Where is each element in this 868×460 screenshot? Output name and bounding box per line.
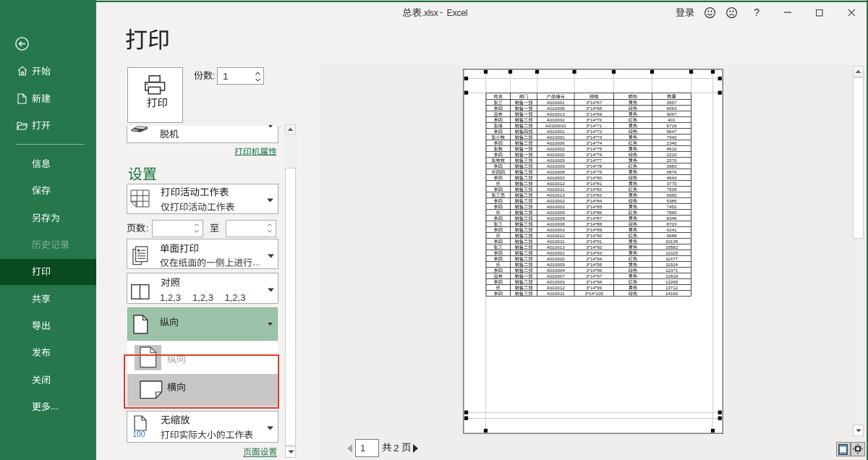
svg-text:A010004: A010004 xyxy=(547,268,565,273)
svg-text:A010002: A010002 xyxy=(547,198,565,203)
svg-text:3*14*71: 3*14*71 xyxy=(586,123,603,128)
svg-text:A010001: A010001 xyxy=(547,100,565,105)
svg-text:13712: 13712 xyxy=(665,285,678,290)
svg-text:A010002: A010002 xyxy=(547,250,565,255)
svg-text:10582: 10582 xyxy=(665,244,678,250)
svg-text:3*14*93: 3*14*93 xyxy=(586,250,603,255)
svg-text:8703: 8703 xyxy=(667,221,677,226)
svg-text:4643: 4643 xyxy=(667,175,677,180)
svg-text:A010012: A010012 xyxy=(547,181,565,186)
svg-text:7538: 7538 xyxy=(667,187,677,192)
svg-text:5385: 5385 xyxy=(667,198,677,203)
svg-text:6093: 6093 xyxy=(667,106,677,111)
svg-text:A010002: A010002 xyxy=(547,117,565,122)
svg-text:10135: 10135 xyxy=(665,239,678,244)
svg-text:4610: 4610 xyxy=(667,146,677,151)
svg-text:A010008: A010008 xyxy=(547,169,565,174)
svg-text:3*14*84: 3*14*84 xyxy=(586,198,603,203)
svg-text:401: 401 xyxy=(668,117,676,122)
svg-text:3*14*80: 3*14*80 xyxy=(586,175,603,180)
svg-text:9097: 9097 xyxy=(667,111,677,116)
svg-text:A010002: A010002 xyxy=(547,152,565,157)
svg-text:7942: 7942 xyxy=(667,135,677,140)
svg-text:A010012: A010012 xyxy=(547,285,565,290)
svg-text:A010013: A010013 xyxy=(547,192,565,197)
svg-text:7890: 7890 xyxy=(667,210,677,215)
svg-text:3*14*88: 3*14*88 xyxy=(586,221,603,226)
svg-text:3*14*73: 3*14*73 xyxy=(586,135,603,140)
svg-text:A010003: A010003 xyxy=(547,175,565,180)
svg-text:3*14*97: 3*14*97 xyxy=(586,273,603,278)
svg-text:9241: 9241 xyxy=(667,227,677,232)
svg-text:3770: 3770 xyxy=(667,181,677,186)
svg-text:3*14*83: 3*14*83 xyxy=(586,192,603,197)
svg-text:3*14*82: 3*14*82 xyxy=(586,187,603,192)
svg-text:A010002: A010002 xyxy=(547,146,565,151)
svg-text:A010011: A010011 xyxy=(547,291,565,296)
svg-text:A010008: A010008 xyxy=(547,221,565,226)
svg-text:3*14*85: 3*14*85 xyxy=(586,204,603,209)
svg-text:7452: 7452 xyxy=(667,204,677,209)
svg-text:3*14*91: 3*14*91 xyxy=(586,239,603,244)
svg-text:A010001: A010001 xyxy=(547,129,565,134)
svg-text:9876: 9876 xyxy=(667,169,677,174)
svg-text:12818: 12818 xyxy=(665,273,678,278)
svg-text:9647: 9647 xyxy=(667,129,677,134)
svg-text:3*14*68: 3*14*68 xyxy=(586,106,603,111)
svg-text:3*14*81: 3*14*81 xyxy=(586,181,603,186)
svg-text:A010002: A010002 xyxy=(547,256,565,261)
svg-text:3*14*78: 3*14*78 xyxy=(586,163,603,169)
svg-text:2570: 2570 xyxy=(667,158,677,163)
svg-text:A010009: A010009 xyxy=(547,210,565,215)
svg-text:3*14*72: 3*14*72 xyxy=(586,129,603,134)
svg-text:3*14*77: 3*14*77 xyxy=(586,158,603,163)
svg-text:3*14*99: 3*14*99 xyxy=(586,285,603,290)
svg-text:A010011: A010011 xyxy=(547,239,565,244)
svg-text:A010006: A010006 xyxy=(547,140,565,145)
svg-text:12371: 12371 xyxy=(665,268,678,273)
svg-text:11029: 11029 xyxy=(665,250,678,255)
svg-text:3*14*69: 3*14*69 xyxy=(586,111,603,116)
svg-text:2220: 2220 xyxy=(667,152,677,157)
svg-text:3*14*79: 3*14*79 xyxy=(586,169,603,174)
svg-text:3*14*75: 3*14*75 xyxy=(586,146,603,151)
svg-text:3*14*92: 3*14*92 xyxy=(586,244,603,250)
svg-text:3*14*67: 3*14*67 xyxy=(586,100,603,105)
svg-text:A010009: A010009 xyxy=(547,163,565,169)
svg-text:11477: 11477 xyxy=(665,256,678,261)
svg-text:8346: 8346 xyxy=(667,216,677,221)
svg-text:3557: 3557 xyxy=(667,100,677,105)
svg-text:A010009: A010009 xyxy=(547,262,565,267)
svg-text:A010011: A010011 xyxy=(547,187,565,192)
svg-text:3*14*70: 3*14*70 xyxy=(586,117,603,122)
svg-text:9688: 9688 xyxy=(667,233,677,238)
svg-text:A010013: A010013 xyxy=(547,111,565,116)
svg-text:A010009: A010009 xyxy=(547,158,565,163)
svg-text:3*14*74: 3*14*74 xyxy=(586,140,603,145)
svg-text:2340: 2340 xyxy=(667,140,677,145)
svg-text:3*14*90: 3*14*90 xyxy=(586,233,603,238)
svg-text:3*14*86: 3*14*86 xyxy=(586,210,603,215)
svg-text:3*14*98: 3*14*98 xyxy=(586,279,603,284)
svg-text:A010007: A010007 xyxy=(547,273,565,278)
svg-text:6716: 6716 xyxy=(667,123,677,128)
svg-text:A010003: A010003 xyxy=(547,279,565,284)
svg-text:14160: 14160 xyxy=(665,291,678,296)
svg-text:A010009: A010009 xyxy=(547,216,565,221)
svg-text:A0100010: A0100010 xyxy=(545,123,566,128)
svg-text:A010001: A010001 xyxy=(547,135,565,140)
svg-text:3*14*76: 3*14*76 xyxy=(586,152,603,157)
svg-text:A010012: A010012 xyxy=(547,233,565,238)
svg-text:3*14*89: 3*14*89 xyxy=(586,227,603,232)
svg-text:A010013: A010013 xyxy=(547,244,565,250)
svg-text:3*14*100: 3*14*100 xyxy=(584,291,603,296)
svg-text:A010006: A010006 xyxy=(547,106,565,111)
svg-text:3*14*87: 3*14*87 xyxy=(586,216,603,221)
svg-text:3*14*96: 3*14*96 xyxy=(586,268,603,273)
svg-text:13265: 13265 xyxy=(665,279,678,284)
svg-text:3*14*95: 3*14*95 xyxy=(586,262,603,267)
svg-text:A010002: A010002 xyxy=(547,204,565,209)
svg-text:3983: 3983 xyxy=(667,163,677,169)
svg-text:3*14*94: 3*14*94 xyxy=(586,256,603,261)
svg-text:6950: 6950 xyxy=(667,192,677,197)
